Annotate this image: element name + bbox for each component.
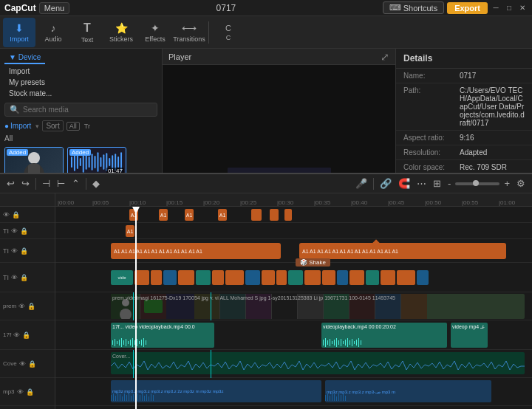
my-presets-item[interactable]: My presets — [4, 77, 157, 88]
track-row-video-main[interactable]: prem vide imagi 161275-Dx19 170054 jpg v… — [55, 292, 532, 320]
maximize-button[interactable]: □ — [504, 3, 514, 13]
tc-1[interactable]: vide — [111, 270, 133, 285]
tool-text[interactable]: T Text — [71, 18, 103, 47]
split-button[interactable]: ⊣ — [40, 178, 52, 189]
track-row-2[interactable]: A1 — [55, 223, 532, 239]
minimize-button[interactable]: ─ — [491, 3, 501, 13]
import-button[interactable]: ● Import — [4, 122, 31, 130]
tc-3[interactable] — [151, 270, 162, 285]
clip-audio-cover[interactable]: Cover... — [111, 352, 525, 374]
tc-10[interactable] — [262, 270, 275, 285]
export-button[interactable]: Export — [447, 2, 488, 14]
zoom-slider[interactable] — [455, 182, 499, 185]
tr-filter[interactable]: Tr — [84, 123, 90, 130]
clip-t2-1[interactable]: A1 — [126, 225, 134, 237]
lock-icon-1[interactable]: 🔒 — [12, 211, 20, 219]
audio-cover-lock[interactable]: 🔒 — [28, 360, 36, 368]
tc-14[interactable] — [322, 270, 335, 285]
tc-5[interactable] — [178, 270, 194, 285]
track-lock-3[interactable]: 🔒 — [20, 247, 28, 255]
clip-video-b-3[interactable]: videop mp4 غـ — [451, 323, 488, 348]
tab-device[interactable]: ▼ Device — [4, 52, 45, 64]
track-eye-4[interactable]: 👁 — [11, 274, 18, 281]
search-bar[interactable]: 🔍 — [4, 103, 157, 117]
track-eye-3[interactable]: 👁 — [11, 247, 18, 255]
zoom-in-button[interactable]: + — [502, 178, 512, 189]
clip-t1-3[interactable]: A1 — [185, 209, 194, 221]
tc-19[interactable] — [397, 270, 415, 285]
all-filter[interactable]: All — [66, 122, 80, 131]
snap-button[interactable]: ⋯ — [415, 178, 429, 189]
clip-t1-7[interactable] — [284, 209, 292, 221]
redo-button[interactable]: ↪ — [19, 178, 32, 189]
tc-15[interactable] — [337, 270, 348, 285]
tool-transitions[interactable]: ⟷ Transitions — [173, 18, 205, 47]
clip-t1-6[interactable] — [270, 209, 279, 221]
tc-7[interactable] — [212, 270, 224, 285]
media-thumb-2[interactable]: Added 01:47 — [67, 147, 126, 176]
tc-17[interactable] — [366, 270, 379, 285]
tc-18[interactable] — [381, 270, 395, 285]
import-dropdown[interactable]: ▾ — [35, 123, 39, 130]
trim-button[interactable]: ⌃ — [69, 178, 82, 189]
clip-t1-2[interactable]: A1 — [159, 209, 168, 221]
track-row-1[interactable]: A1 A1 A1 A1 — [55, 207, 532, 223]
stock-material-item[interactable]: Stock mate... — [4, 88, 157, 99]
connect-button[interactable]: ⊞ — [431, 178, 443, 189]
search-input[interactable] — [23, 106, 152, 114]
expand-icon[interactable]: ⤢ — [381, 51, 389, 63]
audio-main-clips-2[interactable]: mp3z mp3.z mp3.z mp3-صـ mp3 m — [325, 380, 491, 402]
delete-button[interactable]: ⊢ — [55, 178, 67, 189]
video-b-lock[interactable]: 🔒 — [22, 331, 30, 339]
track-row-audio-main[interactable]: mp3z mp3.z mp3.z mp3.z mp3.z 2z mp3z m m… — [55, 378, 532, 406]
shake-effect[interactable]: 🎲 Shake — [296, 258, 330, 267]
tc-6[interactable] — [196, 270, 211, 285]
tool-effects[interactable]: ✦ Effects — [139, 18, 171, 47]
clip-video-b-2[interactable]: videoplayback.mp4 00:00:20:02 — [321, 323, 447, 348]
tc-8[interactable] — [225, 270, 244, 285]
video-b-eye[interactable]: 👁 — [13, 331, 20, 339]
tracks-content[interactable]: |00:00 |00:05 |00:10 |00:15 |00:20 |00:2… — [55, 193, 532, 409]
audio-main-lock[interactable]: 🔒 — [26, 388, 34, 396]
track-row-4[interactable]: vide — [55, 263, 532, 292]
menu-button[interactable]: Menu — [39, 2, 70, 14]
shortcuts-button[interactable]: ⌨ Shortcuts — [383, 1, 444, 14]
import-item[interactable]: Import — [4, 66, 157, 77]
zoom-out-button[interactable]: - — [446, 178, 453, 189]
clip-t3-right[interactable]: A1 A1 A1 A1 A1 A1 A1 A1 A1 A1 A1 A1 A1 — [299, 243, 506, 259]
tc-2[interactable] — [134, 270, 149, 285]
track-row-video-b[interactable]: 17f... video videoplayback.mp4 00.0 — [55, 320, 532, 350]
tool-stickers[interactable]: ⭐ Stickers — [105, 18, 137, 47]
tool-audio[interactable]: ♪ Audio — [37, 18, 69, 47]
track-eye-icon[interactable]: 👁 — [3, 211, 10, 219]
settings-button[interactable]: ⚙ — [514, 178, 528, 189]
track-eye-2[interactable]: 👁 — [11, 227, 18, 235]
undo-button[interactable]: ↩ — [4, 178, 17, 189]
tc-9[interactable] — [245, 270, 260, 285]
clip-video-b-1[interactable]: 17f... video videoplayback.mp4 00.0 — [111, 323, 214, 348]
sort-button[interactable]: Sort — [42, 120, 63, 131]
video-eye[interactable]: 👁 — [18, 303, 25, 310]
clip-t1-5[interactable] — [251, 209, 262, 221]
track-row-audio-cover[interactable]: Cover... — [55, 350, 532, 378]
magnet-button[interactable]: 🧲 — [396, 178, 412, 189]
tc-11[interactable] — [276, 270, 287, 285]
link-button[interactable]: 🔗 — [378, 178, 394, 189]
tc-12[interactable] — [288, 270, 303, 285]
audio-main-clips-1[interactable]: mp3z mp3.z mp3.z mp3.z mp3.z 2z mp3z m m… — [111, 380, 321, 402]
tc-13[interactable] — [304, 270, 321, 285]
tc-20[interactable] — [417, 270, 429, 285]
clip-t1-4[interactable]: A1 — [218, 209, 227, 221]
track-row-3[interactable]: A1 A1 A1 A1 A1 A1 A1 A1 A1 A1 A1 A1 A1 A… — [55, 239, 532, 263]
audio-main-eye[interactable]: 👁 — [17, 388, 24, 396]
track-lock-4[interactable]: 🔒 — [20, 274, 28, 281]
tc-4[interactable] — [163, 270, 177, 285]
audio-button[interactable]: 🎤 — [353, 178, 369, 189]
tool-captions[interactable]: C C — [212, 18, 245, 47]
tool-import[interactable]: ⬇ Import — [3, 18, 35, 47]
track-lock-2[interactable]: 🔒 — [20, 227, 28, 235]
video-lock[interactable]: 🔒 — [27, 303, 35, 310]
keyframe-button[interactable]: ◆ — [90, 178, 102, 189]
close-button[interactable]: ✕ — [517, 3, 528, 13]
tc-16[interactable] — [349, 270, 364, 285]
